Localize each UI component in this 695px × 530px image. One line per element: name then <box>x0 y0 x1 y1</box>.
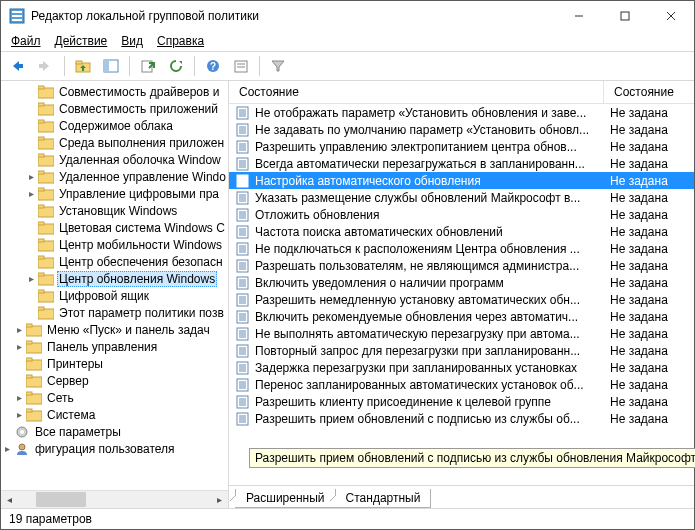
tree-item[interactable]: Центр обеспечения безопасн <box>1 253 228 270</box>
row-text: Отложить обновления <box>255 208 604 222</box>
export-button[interactable] <box>135 54 161 78</box>
properties-button[interactable] <box>228 54 254 78</box>
svg-rect-8 <box>18 64 23 68</box>
tree-item-label: фигурация пользователя <box>33 442 177 456</box>
list-row[interactable]: Включить рекомендуемые обновления через … <box>229 308 694 325</box>
close-button[interactable] <box>648 1 694 31</box>
row-status: Не задана <box>604 225 694 239</box>
list-row[interactable]: Не задавать по умолчанию параметр «Устан… <box>229 121 694 138</box>
tree-item[interactable]: Этот параметр политики позв <box>1 304 228 321</box>
list-row[interactable]: Не выполнять автоматическую перезагрузку… <box>229 325 694 342</box>
svg-text:?: ? <box>210 61 216 72</box>
help-button[interactable]: ? <box>200 54 226 78</box>
tree-item[interactable]: Совместимость приложений <box>1 100 228 117</box>
list-row[interactable]: Разрешать пользователям, не являющимся а… <box>229 257 694 274</box>
tree-item[interactable]: ▸Центр обновления Windows <box>1 270 228 287</box>
tree-item[interactable]: Цифровой ящик <box>1 287 228 304</box>
tree-item[interactable]: Установщик Windows <box>1 202 228 219</box>
row-status: Не задана <box>604 140 694 154</box>
svg-point-61 <box>20 430 24 434</box>
tab-standard[interactable]: Стандартный <box>335 489 432 508</box>
tree-item[interactable]: Содержимое облака <box>1 117 228 134</box>
svg-rect-93 <box>237 209 248 221</box>
tree-item[interactable]: ▸Система <box>1 406 228 423</box>
list-row[interactable]: Повторный запрос для перезагрузки при за… <box>229 342 694 359</box>
tab-extended[interactable]: Расширенный <box>235 489 336 508</box>
col-header-2[interactable]: Состояние <box>604 81 694 103</box>
row-text: Разрешить управлению электропитанием цен… <box>255 140 604 154</box>
tree-item[interactable]: Совместимость драйверов и <box>1 83 228 100</box>
list-row[interactable]: Разрешить прием обновлений с подписью из… <box>229 410 694 427</box>
tree-item[interactable]: Сервер <box>1 372 228 389</box>
list-row[interactable]: Разрешить управлению электропитанием цен… <box>229 138 694 155</box>
back-button[interactable] <box>5 54 31 78</box>
svg-rect-63 <box>237 107 248 119</box>
list-row[interactable]: Настройка автоматического обновленияНе з… <box>229 172 694 189</box>
window-controls <box>556 1 694 31</box>
maximize-button[interactable] <box>602 1 648 31</box>
row-text: Включить рекомендуемые обновления через … <box>255 310 604 324</box>
tree-pane[interactable]: Совместимость драйверов иСовместимость п… <box>1 81 229 508</box>
list-row[interactable]: Не подключаться к расположениям Центра о… <box>229 240 694 257</box>
svg-rect-1 <box>12 11 22 13</box>
list-row[interactable]: Разрешить немедленную установку автомати… <box>229 291 694 308</box>
menu-help[interactable]: Справка <box>157 34 204 48</box>
detail-pane: Состояние Состояние Не отображать параме… <box>229 81 694 508</box>
svg-rect-59 <box>26 409 32 412</box>
refresh-button[interactable] <box>163 54 189 78</box>
svg-rect-108 <box>237 260 248 272</box>
app-window: Редактор локальной групповой политики Фа… <box>0 0 695 530</box>
up-button[interactable] <box>70 54 96 78</box>
list-header[interactable]: Состояние Состояние <box>229 81 694 104</box>
svg-rect-33 <box>38 188 44 191</box>
tree-item[interactable]: ▸Удаленное управление Windo <box>1 168 228 185</box>
main-body: Совместимость драйверов иСовместимость п… <box>1 81 694 508</box>
row-status: Не задана <box>604 344 694 358</box>
list-row[interactable]: Отложить обновленияНе задана <box>229 206 694 223</box>
row-status: Не задана <box>604 276 694 290</box>
svg-rect-128 <box>237 328 248 340</box>
tree-item-label: Этот параметр политики позв <box>57 306 226 320</box>
tree-item[interactable]: ▸Панель управления <box>1 338 228 355</box>
row-text: Задержка перезагрузки при запланированны… <box>255 361 604 375</box>
list-row[interactable]: Перенос запланированных автоматических у… <box>229 376 694 393</box>
svg-rect-25 <box>38 120 44 123</box>
tree-item[interactable]: Среда выполнения приложен <box>1 134 228 151</box>
list-row[interactable]: Не отображать параметр «Установить обнов… <box>229 104 694 121</box>
svg-rect-31 <box>38 171 44 174</box>
list-row[interactable]: Частота поиска автоматических обновлений… <box>229 223 694 240</box>
tree-item[interactable]: Центр мобильности Windows <box>1 236 228 253</box>
tree-item[interactable]: Принтеры <box>1 355 228 372</box>
list-row[interactable]: Указать размещение службы обновлений Май… <box>229 189 694 206</box>
list-row[interactable]: Разрешить клиенту присоединение к целево… <box>229 393 694 410</box>
filter-button[interactable] <box>265 54 291 78</box>
tree-item[interactable]: ▸фигурация пользователя <box>1 440 228 457</box>
minimize-button[interactable] <box>556 1 602 31</box>
svg-rect-23 <box>38 103 44 106</box>
row-status: Не задана <box>604 106 694 120</box>
tree-item[interactable]: Цветовая система Windows C <box>1 219 228 236</box>
list-row[interactable]: Всегда автоматически перезагружаться в з… <box>229 155 694 172</box>
tree-hscroll[interactable]: ◂▸ <box>1 490 228 508</box>
tree-item[interactable]: ▸Сеть <box>1 389 228 406</box>
svg-rect-43 <box>38 273 44 276</box>
list-row[interactable]: Задержка перезагрузки при запланированны… <box>229 359 694 376</box>
svg-rect-153 <box>237 413 248 425</box>
col-header-1[interactable]: Состояние <box>229 81 604 103</box>
show-hide-tree-button[interactable] <box>98 54 124 78</box>
tree-item[interactable]: Удаленная оболочка Window <box>1 151 228 168</box>
tree-item[interactable]: Все параметры <box>1 423 228 440</box>
tree-item-label: Удаленное управление Windo <box>57 170 228 184</box>
menu-file[interactable]: Файл <box>11 34 41 48</box>
svg-rect-35 <box>38 205 44 208</box>
svg-rect-49 <box>26 324 32 327</box>
list-row[interactable]: Включить уведомления о наличии программН… <box>229 274 694 291</box>
row-text: Разрешить клиенту присоединение к целево… <box>255 395 604 409</box>
tree-item[interactable]: ▸Управление цифровыми пра <box>1 185 228 202</box>
settings-list[interactable]: Не отображать параметр «Установить обнов… <box>229 104 694 485</box>
menu-action[interactable]: Действие <box>55 34 108 48</box>
tree-item-label: Центр обеспечения безопасн <box>57 255 225 269</box>
menu-view[interactable]: Вид <box>121 34 143 48</box>
forward-button[interactable] <box>33 54 59 78</box>
tree-item[interactable]: ▸Меню «Пуск» и панель задач <box>1 321 228 338</box>
